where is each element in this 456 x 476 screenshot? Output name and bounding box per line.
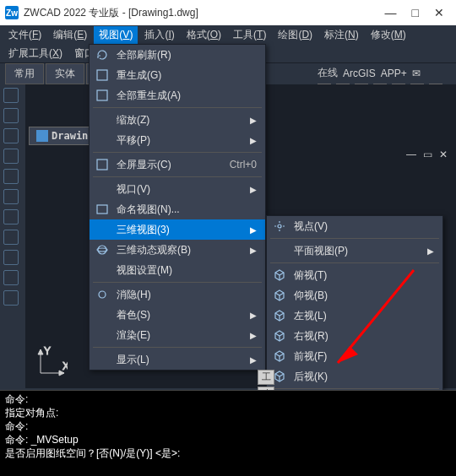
menu-绘图(D)[interactable]: 绘图(D) — [273, 26, 318, 44]
menu-扩展工具(X)[interactable]: 扩展工具(X) — [3, 45, 68, 62]
blank-icon — [93, 133, 111, 148]
svg-rect-7 — [97, 90, 107, 100]
submenu-arrow-icon: ▶ — [427, 246, 434, 256]
menu-item-label: 右视(R) — [294, 329, 434, 343]
menu-item[interactable]: 渲染(E)▶ — [90, 325, 265, 345]
cube-icon — [270, 328, 289, 343]
menu-item[interactable]: 平面视图(P)▶ — [267, 241, 442, 261]
viewpoint-icon — [270, 219, 289, 234]
menu-item-label: 全部刷新(R) — [117, 48, 257, 62]
menu-item[interactable]: 前视(F) — [267, 346, 442, 366]
doc-maximize-button[interactable]: ▭ — [423, 149, 432, 160]
menu-修改(M)[interactable]: 修改(M) — [366, 26, 411, 44]
side-button[interactable]: 工 — [258, 370, 274, 385]
menu-格式(O)[interactable]: 格式(O) — [182, 26, 226, 44]
rect-tool-icon[interactable] — [3, 209, 19, 224]
svg-point-13 — [278, 224, 281, 228]
point-tool-icon[interactable] — [3, 250, 19, 265]
cube-icon — [270, 308, 289, 323]
ribbon-tab[interactable]: 常用 — [5, 63, 44, 84]
menu-item[interactable]: 着色(S)▶ — [90, 305, 265, 325]
menu-item[interactable]: 重生成(G) — [90, 65, 265, 85]
blank-icon — [93, 327, 111, 343]
hatch-tool-icon[interactable] — [3, 270, 19, 285]
polyline-tool-icon[interactable] — [3, 108, 19, 123]
menubar: 文件(F)编辑(E)视图(V)插入(I)格式(O)工具(T)绘图(D)标注(N)… — [0, 25, 456, 44]
doc-minimize-button[interactable]: — — [406, 149, 416, 160]
app-link[interactable]: APP+ — [381, 68, 407, 79]
menu-标注(N)[interactable]: 标注(N) — [319, 26, 364, 44]
menu-item[interactable]: 后视(K) — [267, 366, 442, 387]
svg-point-10 — [98, 246, 106, 254]
menu-item-label: 命名视图(N)... — [117, 203, 257, 217]
menu-item-label: 视口(V) — [117, 182, 236, 197]
menu-item[interactable]: 全屏显示(C)Ctrl+0 — [90, 154, 265, 175]
menu-item-label: 平移(P) — [117, 133, 236, 148]
document-tab[interactable]: Drawin — [29, 127, 95, 145]
menu-工具(T)[interactable]: 工具(T) — [228, 26, 271, 44]
menu-item[interactable]: 显示(L)▶ — [90, 349, 265, 370]
spline-tool-icon[interactable] — [3, 189, 19, 204]
cube-icon — [270, 288, 289, 303]
menu-item[interactable]: 三维动态观察(B)▶ — [90, 240, 265, 260]
ellipse-tool-icon[interactable] — [3, 169, 19, 184]
close-button[interactable]: ✕ — [434, 6, 444, 19]
arcgis-link[interactable]: ArcGIS — [343, 68, 376, 79]
menu-item-label: 三维视图(3) — [117, 223, 236, 237]
menu-item[interactable]: 视口(V)▶ — [90, 179, 265, 199]
doc-close-button[interactable]: ✕ — [439, 149, 448, 160]
dwg-icon — [36, 130, 48, 142]
polygon-tool-icon[interactable] — [3, 230, 19, 245]
cmd-line-text: 是否启用图纸空间？[否(N)/是(Y)] <是>: — [5, 446, 451, 460]
cube-icon — [270, 268, 289, 283]
menu-item[interactable]: 三维视图(3)▶ — [90, 219, 265, 240]
menu-item-label: 仰视(B) — [294, 289, 434, 303]
menu-item[interactable]: 缩放(Z)▶ — [90, 110, 265, 130]
text-tool-icon[interactable] — [3, 290, 19, 306]
menu-item[interactable]: 视点(V) — [267, 216, 442, 236]
menu-item[interactable]: 全部刷新(R) — [90, 45, 265, 65]
submenu-arrow-icon: ▶ — [250, 225, 257, 235]
line-tool-icon[interactable] — [3, 88, 19, 103]
menu-item-label: 缩放(Z) — [117, 113, 236, 127]
arc-tool-icon[interactable] — [3, 128, 19, 143]
refresh-icon — [93, 47, 111, 62]
online-link[interactable]: 在线 — [318, 66, 338, 80]
menu-视图(V)[interactable]: 视图(V) — [94, 26, 138, 44]
titlebar: Zw ZWCAD 2022 专业版 - [Drawing1.dwg] — □ ✕ — [0, 0, 456, 25]
regen-all-icon — [93, 88, 111, 103]
submenu-arrow-icon: ▶ — [250, 136, 257, 145]
minimize-button[interactable]: — — [385, 6, 397, 19]
cube-icon — [270, 349, 289, 364]
blank-icon — [93, 352, 111, 367]
menu-item[interactable]: 消隐(H) — [90, 284, 265, 305]
maximize-button[interactable]: □ — [412, 6, 419, 19]
menu-item[interactable]: 命名视图(N)... — [90, 199, 265, 219]
menu-item[interactable]: 平移(P)▶ — [90, 130, 265, 150]
menu-item[interactable]: 全部重生成(A) — [90, 85, 265, 105]
blank-icon — [93, 307, 111, 322]
fullscreen-icon — [93, 157, 111, 172]
menu-item[interactable]: 俯视(T) — [267, 265, 442, 285]
menu-item[interactable]: 右视(R) — [267, 326, 442, 346]
menu-item[interactable]: 仰视(B) — [267, 285, 442, 306]
menu-item-label: 视图设置(M) — [117, 263, 257, 278]
menu-item-label: 全屏显示(C) — [117, 158, 213, 172]
menu-item-label: 重生成(G) — [117, 68, 257, 83]
menu-编辑(E)[interactable]: 编辑(E) — [48, 26, 92, 44]
svg-rect-8 — [97, 160, 107, 170]
svg-rect-9 — [97, 205, 107, 214]
menu-item[interactable]: 左视(L) — [267, 306, 442, 326]
menu-item-label: 全部重生成(A) — [117, 89, 257, 103]
menu-插入(I)[interactable]: 插入(I) — [139, 26, 179, 44]
menu-文件(F)[interactable]: 文件(F) — [3, 26, 46, 44]
submenu-arrow-icon: ▶ — [250, 355, 257, 365]
submenu-arrow-icon: ▶ — [250, 246, 257, 255]
command-line[interactable]: 命令:指定对角点:命令:命令: _MVSetup是否启用图纸空间？[否(N)/是… — [0, 390, 456, 476]
mail-icon[interactable]: ✉ — [412, 68, 421, 79]
menu-item[interactable]: 视图设置(M) — [90, 260, 265, 280]
window-title: ZWCAD 2022 专业版 - [Drawing1.dwg] — [24, 6, 385, 20]
circle-tool-icon[interactable] — [3, 149, 19, 164]
ribbon-tab[interactable]: 实体 — [46, 63, 84, 84]
menu-item-label: 显示(L) — [117, 353, 236, 367]
